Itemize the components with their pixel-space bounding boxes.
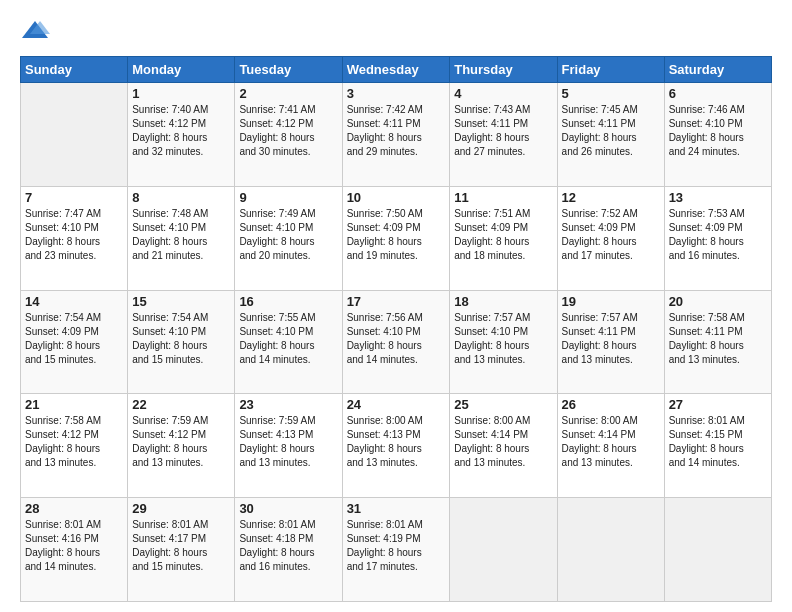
day-cell: 26Sunrise: 8:00 AMSunset: 4:14 PMDayligh… [557,394,664,498]
day-number: 28 [25,501,123,516]
day-number: 26 [562,397,660,412]
header-cell-monday: Monday [128,57,235,83]
day-content: Sunrise: 7:54 AMSunset: 4:09 PMDaylight:… [25,311,123,367]
day-cell: 28Sunrise: 8:01 AMSunset: 4:16 PMDayligh… [21,498,128,602]
header-cell-tuesday: Tuesday [235,57,342,83]
day-cell: 13Sunrise: 7:53 AMSunset: 4:09 PMDayligh… [664,186,771,290]
week-row-1: 7Sunrise: 7:47 AMSunset: 4:10 PMDaylight… [21,186,772,290]
day-content: Sunrise: 8:00 AMSunset: 4:14 PMDaylight:… [454,414,552,470]
day-number: 17 [347,294,446,309]
day-cell: 23Sunrise: 7:59 AMSunset: 4:13 PMDayligh… [235,394,342,498]
day-cell [21,83,128,187]
day-content: Sunrise: 8:01 AMSunset: 4:15 PMDaylight:… [669,414,767,470]
header-cell-friday: Friday [557,57,664,83]
day-content: Sunrise: 7:46 AMSunset: 4:10 PMDaylight:… [669,103,767,159]
day-cell: 17Sunrise: 7:56 AMSunset: 4:10 PMDayligh… [342,290,450,394]
day-content: Sunrise: 7:52 AMSunset: 4:09 PMDaylight:… [562,207,660,263]
day-number: 19 [562,294,660,309]
day-content: Sunrise: 8:01 AMSunset: 4:16 PMDaylight:… [25,518,123,574]
day-content: Sunrise: 7:40 AMSunset: 4:12 PMDaylight:… [132,103,230,159]
day-number: 12 [562,190,660,205]
day-number: 4 [454,86,552,101]
day-content: Sunrise: 7:55 AMSunset: 4:10 PMDaylight:… [239,311,337,367]
day-cell: 20Sunrise: 7:58 AMSunset: 4:11 PMDayligh… [664,290,771,394]
day-number: 29 [132,501,230,516]
day-content: Sunrise: 7:59 AMSunset: 4:13 PMDaylight:… [239,414,337,470]
day-number: 23 [239,397,337,412]
day-cell: 6Sunrise: 7:46 AMSunset: 4:10 PMDaylight… [664,83,771,187]
day-number: 25 [454,397,552,412]
day-content: Sunrise: 7:51 AMSunset: 4:09 PMDaylight:… [454,207,552,263]
day-content: Sunrise: 7:59 AMSunset: 4:12 PMDaylight:… [132,414,230,470]
day-content: Sunrise: 7:57 AMSunset: 4:11 PMDaylight:… [562,311,660,367]
day-number: 5 [562,86,660,101]
day-number: 22 [132,397,230,412]
day-number: 14 [25,294,123,309]
day-content: Sunrise: 8:01 AMSunset: 4:17 PMDaylight:… [132,518,230,574]
day-cell: 3Sunrise: 7:42 AMSunset: 4:11 PMDaylight… [342,83,450,187]
day-number: 2 [239,86,337,101]
day-number: 24 [347,397,446,412]
header [20,16,772,46]
day-number: 21 [25,397,123,412]
day-number: 7 [25,190,123,205]
day-content: Sunrise: 7:42 AMSunset: 4:11 PMDaylight:… [347,103,446,159]
week-row-4: 28Sunrise: 8:01 AMSunset: 4:16 PMDayligh… [21,498,772,602]
day-number: 1 [132,86,230,101]
day-content: Sunrise: 7:58 AMSunset: 4:11 PMDaylight:… [669,311,767,367]
week-row-0: 1Sunrise: 7:40 AMSunset: 4:12 PMDaylight… [21,83,772,187]
day-cell: 9Sunrise: 7:49 AMSunset: 4:10 PMDaylight… [235,186,342,290]
day-cell: 19Sunrise: 7:57 AMSunset: 4:11 PMDayligh… [557,290,664,394]
logo [20,16,54,46]
day-content: Sunrise: 7:47 AMSunset: 4:10 PMDaylight:… [25,207,123,263]
day-cell [450,498,557,602]
day-cell: 16Sunrise: 7:55 AMSunset: 4:10 PMDayligh… [235,290,342,394]
day-content: Sunrise: 7:41 AMSunset: 4:12 PMDaylight:… [239,103,337,159]
day-content: Sunrise: 7:53 AMSunset: 4:09 PMDaylight:… [669,207,767,263]
day-cell: 27Sunrise: 8:01 AMSunset: 4:15 PMDayligh… [664,394,771,498]
day-cell: 11Sunrise: 7:51 AMSunset: 4:09 PMDayligh… [450,186,557,290]
day-content: Sunrise: 7:50 AMSunset: 4:09 PMDaylight:… [347,207,446,263]
day-content: Sunrise: 7:57 AMSunset: 4:10 PMDaylight:… [454,311,552,367]
day-number: 9 [239,190,337,205]
day-cell: 22Sunrise: 7:59 AMSunset: 4:12 PMDayligh… [128,394,235,498]
header-cell-sunday: Sunday [21,57,128,83]
day-number: 20 [669,294,767,309]
day-number: 8 [132,190,230,205]
page: SundayMondayTuesdayWednesdayThursdayFrid… [0,0,792,612]
day-content: Sunrise: 8:00 AMSunset: 4:14 PMDaylight:… [562,414,660,470]
header-cell-saturday: Saturday [664,57,771,83]
day-number: 27 [669,397,767,412]
day-cell: 30Sunrise: 8:01 AMSunset: 4:18 PMDayligh… [235,498,342,602]
week-row-2: 14Sunrise: 7:54 AMSunset: 4:09 PMDayligh… [21,290,772,394]
day-cell: 29Sunrise: 8:01 AMSunset: 4:17 PMDayligh… [128,498,235,602]
day-cell: 8Sunrise: 7:48 AMSunset: 4:10 PMDaylight… [128,186,235,290]
day-content: Sunrise: 7:48 AMSunset: 4:10 PMDaylight:… [132,207,230,263]
day-cell: 5Sunrise: 7:45 AMSunset: 4:11 PMDaylight… [557,83,664,187]
day-number: 16 [239,294,337,309]
day-cell: 21Sunrise: 7:58 AMSunset: 4:12 PMDayligh… [21,394,128,498]
header-cell-thursday: Thursday [450,57,557,83]
day-content: Sunrise: 8:01 AMSunset: 4:19 PMDaylight:… [347,518,446,574]
day-cell: 12Sunrise: 7:52 AMSunset: 4:09 PMDayligh… [557,186,664,290]
day-content: Sunrise: 7:56 AMSunset: 4:10 PMDaylight:… [347,311,446,367]
day-content: Sunrise: 8:00 AMSunset: 4:13 PMDaylight:… [347,414,446,470]
day-cell: 7Sunrise: 7:47 AMSunset: 4:10 PMDaylight… [21,186,128,290]
logo-icon [20,16,50,46]
day-cell: 18Sunrise: 7:57 AMSunset: 4:10 PMDayligh… [450,290,557,394]
calendar-header: SundayMondayTuesdayWednesdayThursdayFrid… [21,57,772,83]
day-cell [664,498,771,602]
day-number: 18 [454,294,552,309]
day-cell: 2Sunrise: 7:41 AMSunset: 4:12 PMDaylight… [235,83,342,187]
day-cell: 15Sunrise: 7:54 AMSunset: 4:10 PMDayligh… [128,290,235,394]
day-content: Sunrise: 7:43 AMSunset: 4:11 PMDaylight:… [454,103,552,159]
day-cell: 4Sunrise: 7:43 AMSunset: 4:11 PMDaylight… [450,83,557,187]
day-number: 31 [347,501,446,516]
day-number: 3 [347,86,446,101]
day-cell: 14Sunrise: 7:54 AMSunset: 4:09 PMDayligh… [21,290,128,394]
calendar-table: SundayMondayTuesdayWednesdayThursdayFrid… [20,56,772,602]
day-cell: 24Sunrise: 8:00 AMSunset: 4:13 PMDayligh… [342,394,450,498]
day-number: 11 [454,190,552,205]
day-number: 13 [669,190,767,205]
day-number: 6 [669,86,767,101]
